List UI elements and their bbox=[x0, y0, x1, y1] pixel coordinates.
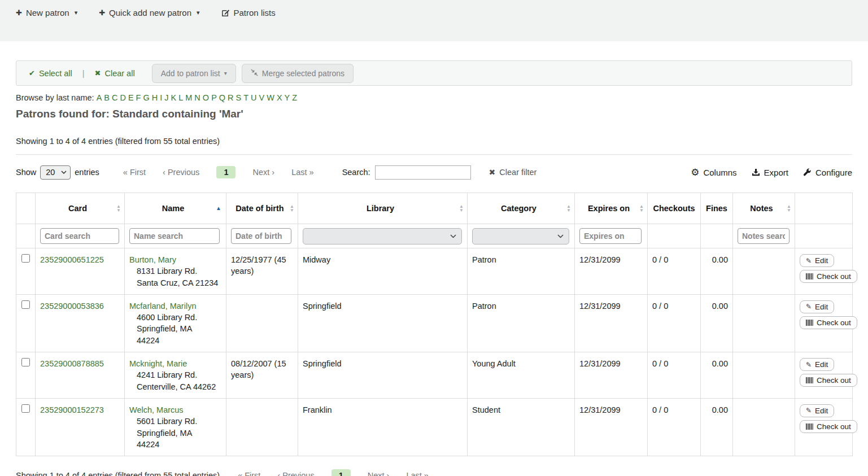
library-filter-select[interactable] bbox=[303, 228, 462, 244]
letter-link-E[interactable]: E bbox=[128, 93, 134, 102]
card-filter-input[interactable] bbox=[40, 228, 119, 244]
patron-name-link[interactable]: Burton, Mary bbox=[129, 255, 176, 264]
letter-link-G[interactable]: G bbox=[143, 93, 149, 102]
check-out-button[interactable]: Check out bbox=[800, 270, 857, 283]
letter-link-J[interactable]: J bbox=[164, 93, 168, 102]
check-out-button[interactable]: Check out bbox=[800, 316, 857, 329]
export-button[interactable]: Export bbox=[752, 168, 788, 177]
patron-lists-button[interactable]: Patron lists bbox=[221, 8, 276, 18]
letter-link-H[interactable]: H bbox=[152, 93, 158, 102]
card-number-link[interactable]: 23529000651225 bbox=[40, 255, 104, 264]
address-line: Santa Cruz, CA 21234 bbox=[129, 277, 221, 289]
header-expires-on[interactable]: Expires on ▲▼ bbox=[575, 193, 648, 224]
table-tools: ⚙ Columns Export Configure bbox=[691, 168, 852, 177]
header-name[interactable]: Name ▲ bbox=[125, 193, 226, 224]
dob-filter-input[interactable] bbox=[231, 228, 291, 244]
pagination-next[interactable]: Next › bbox=[252, 168, 274, 177]
edit-button[interactable]: ✎Edit bbox=[800, 300, 834, 313]
letter-link-A[interactable]: A bbox=[97, 93, 102, 102]
letter-link-M[interactable]: M bbox=[185, 93, 192, 102]
letter-link-Z[interactable]: Z bbox=[292, 93, 297, 102]
letter-link-K[interactable]: K bbox=[171, 93, 177, 102]
row-checkbox[interactable] bbox=[21, 300, 30, 309]
pagination-page-1[interactable]: 1 bbox=[332, 469, 351, 476]
pagination-previous[interactable]: ‹ Previous bbox=[163, 168, 199, 177]
header-date-of-birth[interactable]: Date of birth ▲▼ bbox=[226, 193, 298, 224]
pagination-previous[interactable]: ‹ Previous bbox=[277, 471, 314, 476]
name-filter-input[interactable] bbox=[129, 228, 220, 244]
header-checkouts: Checkouts bbox=[648, 193, 701, 224]
check-icon: ✔ bbox=[29, 69, 35, 77]
letter-link-F[interactable]: F bbox=[136, 93, 141, 102]
notes-filter-input[interactable] bbox=[738, 228, 790, 244]
header-category[interactable]: Category ▲▼ bbox=[468, 193, 575, 224]
results-summary: Showing 1 to 4 of 4 entries (filtered fr… bbox=[16, 137, 852, 155]
letter-link-V[interactable]: V bbox=[259, 93, 265, 102]
letter-link-L[interactable]: L bbox=[178, 93, 183, 102]
pagination-first[interactable]: « First bbox=[238, 471, 260, 476]
notes-cell bbox=[733, 352, 795, 399]
letter-link-C[interactable]: C bbox=[112, 93, 117, 102]
card-number-link[interactable]: 23529000878885 bbox=[40, 359, 104, 368]
patron-name-link[interactable]: Mcknight, Marie bbox=[129, 359, 187, 368]
letter-link-X[interactable]: X bbox=[277, 93, 282, 102]
pagination-top: « First ‹ Previous 1 Next › Last » bbox=[123, 166, 314, 178]
letter-link-U[interactable]: U bbox=[251, 93, 256, 102]
check-out-button[interactable]: Check out bbox=[800, 374, 857, 387]
patron-name-link[interactable]: Welch, Marcus bbox=[129, 405, 184, 414]
barcode-icon bbox=[806, 377, 813, 383]
card-number-link[interactable]: 23529000152273 bbox=[40, 405, 104, 414]
letter-link-T[interactable]: T bbox=[243, 93, 248, 102]
x-icon: ✖ bbox=[95, 69, 101, 77]
new-patron-button[interactable]: ✚ New patron ▾ bbox=[16, 8, 77, 18]
row-checkbox[interactable] bbox=[21, 404, 30, 413]
row-checkbox[interactable] bbox=[21, 358, 30, 366]
columns-button[interactable]: ⚙ Columns bbox=[691, 168, 736, 177]
quick-add-label: Quick add new patron bbox=[109, 8, 191, 18]
letter-link-W[interactable]: W bbox=[267, 93, 274, 102]
checkouts-cell: 0 / 0 bbox=[648, 248, 701, 295]
header-notes[interactable]: Notes ▲▼ bbox=[733, 193, 795, 224]
letter-link-B[interactable]: B bbox=[104, 93, 110, 102]
expires-filter-input[interactable] bbox=[579, 228, 642, 244]
letter-link-O[interactable]: O bbox=[203, 93, 209, 102]
configure-button[interactable]: Configure bbox=[803, 168, 852, 177]
table-search-input[interactable] bbox=[375, 165, 471, 180]
quick-add-new-patron-button[interactable]: ✚ Quick add new patron ▾ bbox=[99, 8, 199, 18]
letter-link-S[interactable]: S bbox=[236, 93, 242, 102]
header-card[interactable]: Card ▲▼ bbox=[36, 193, 125, 224]
pagination-page-1[interactable]: 1 bbox=[216, 166, 235, 178]
patron-name-link[interactable]: Mcfarland, Marilyn bbox=[129, 302, 196, 311]
sort-icon: ▲▼ bbox=[116, 204, 121, 212]
row-checkbox[interactable] bbox=[21, 254, 30, 263]
pagination-next[interactable]: Next › bbox=[368, 471, 390, 476]
check-out-button[interactable]: Check out bbox=[800, 420, 857, 433]
page-size-select[interactable]: 20 bbox=[40, 165, 71, 180]
letter-link-D[interactable]: D bbox=[120, 93, 125, 102]
header-library[interactable]: Library ▲▼ bbox=[298, 193, 468, 224]
letter-link-Y[interactable]: Y bbox=[285, 93, 290, 102]
edit-button[interactable]: ✎Edit bbox=[800, 254, 834, 267]
clear-filter-button[interactable]: ✖ Clear filter bbox=[489, 168, 537, 177]
letter-link-I[interactable]: I bbox=[160, 93, 162, 102]
pagination-first[interactable]: « First bbox=[123, 168, 146, 177]
merge-icon bbox=[251, 69, 258, 78]
clear-all-button[interactable]: ✖ Clear all bbox=[95, 69, 135, 78]
card-number-link[interactable]: 23529000053836 bbox=[40, 302, 104, 311]
select-all-button[interactable]: ✔ Select all bbox=[29, 69, 72, 78]
add-to-patron-list-button[interactable]: Add to patron list ▾ bbox=[152, 64, 236, 83]
edit-button[interactable]: ✎Edit bbox=[800, 358, 834, 371]
merge-selected-patrons-button[interactable]: Merge selected patrons bbox=[242, 64, 354, 83]
letter-link-P[interactable]: P bbox=[211, 93, 217, 102]
header-checkbox bbox=[16, 193, 36, 224]
category-cell: Student bbox=[468, 398, 575, 456]
letter-link-N[interactable]: N bbox=[194, 93, 200, 102]
letter-link-R[interactable]: R bbox=[228, 93, 233, 102]
category-filter-select[interactable] bbox=[472, 228, 569, 244]
edit-button[interactable]: ✎Edit bbox=[800, 404, 834, 417]
letter-link-Q[interactable]: Q bbox=[219, 93, 225, 102]
pagination-last[interactable]: Last » bbox=[406, 471, 429, 476]
search-label: Search: bbox=[342, 168, 370, 177]
pagination-last[interactable]: Last » bbox=[291, 168, 314, 177]
address-line: 5601 Library Rd. bbox=[129, 416, 221, 427]
